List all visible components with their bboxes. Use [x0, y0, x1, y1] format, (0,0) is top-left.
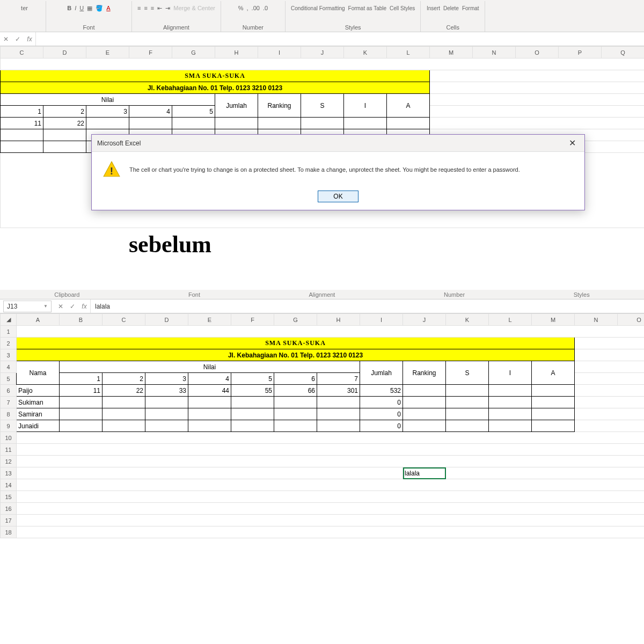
row-header[interactable]: 3 [1, 349, 17, 361]
row-header[interactable]: 2 [1, 338, 17, 349]
format-table-button[interactable]: Format as Table [348, 5, 387, 11]
fx-icon[interactable]: fx [78, 303, 90, 310]
italic-icon[interactable]: I [75, 5, 76, 11]
row-header[interactable]: 10 [1, 432, 17, 444]
align-center-icon[interactable]: ≡ [144, 5, 147, 11]
cell-name[interactable]: Junaidi [17, 420, 60, 432]
align-left-icon[interactable]: ≡ [137, 5, 141, 11]
col-header[interactable]: B [60, 314, 103, 326]
col-header[interactable]: C [1, 47, 43, 58]
cell[interactable]: 66 [274, 385, 317, 397]
cell[interactable]: 301 [317, 385, 360, 397]
cell[interactable]: 0 [360, 408, 403, 420]
row-header[interactable]: 15 [1, 491, 17, 503]
col-header[interactable]: L [387, 47, 430, 58]
align-right-icon[interactable]: ≡ [151, 5, 154, 11]
col-header[interactable]: Q [602, 47, 645, 58]
cell[interactable]: 22 [43, 118, 86, 129]
cell-name[interactable]: Samiran [17, 408, 60, 420]
col-header[interactable]: P [559, 47, 602, 58]
enter-icon[interactable]: ✓ [12, 35, 24, 43]
row-header[interactable]: 12 [1, 456, 17, 467]
row-header[interactable]: 13 [1, 467, 17, 479]
col-header[interactable]: J [403, 314, 446, 326]
col-header[interactable]: D [43, 47, 86, 58]
insert-button[interactable]: Insert [427, 5, 440, 11]
row-header[interactable]: 7 [1, 397, 17, 408]
col-header[interactable]: F [231, 314, 274, 326]
row-header[interactable]: 16 [1, 503, 17, 515]
underline-icon[interactable]: U [79, 5, 84, 11]
col-header[interactable]: I [360, 314, 403, 326]
cell[interactable]: 11 [60, 385, 103, 397]
col-header[interactable]: J [301, 47, 344, 58]
cell[interactable]: 44 [188, 385, 231, 397]
col-header[interactable]: M [532, 314, 575, 326]
col-header[interactable]: G [274, 314, 317, 326]
cond-format-button[interactable]: Conditional Formatting [291, 5, 345, 11]
cell[interactable]: 22 [103, 385, 145, 397]
col-header[interactable]: I [258, 47, 301, 58]
row-header[interactable]: 1 [1, 326, 17, 338]
row-header[interactable]: 9 [1, 420, 17, 432]
col-header[interactable]: N [575, 314, 618, 326]
row-header[interactable]: 18 [1, 526, 17, 538]
col-header[interactable]: O [516, 47, 559, 58]
select-all-corner[interactable]: ◢ [1, 314, 17, 326]
row-header[interactable]: 17 [1, 515, 17, 526]
col-header[interactable]: H [215, 47, 258, 58]
indent-inc-icon[interactable]: ⇥ [165, 5, 170, 12]
col-header[interactable]: M [430, 47, 473, 58]
col-header[interactable]: H [317, 314, 360, 326]
col-header[interactable]: E [86, 47, 129, 58]
col-header[interactable]: E [188, 314, 231, 326]
cell-name[interactable]: Paijo [17, 385, 60, 397]
col-header[interactable]: A [17, 314, 60, 326]
row-header[interactable]: 5 [1, 373, 17, 385]
col-header[interactable]: G [172, 47, 215, 58]
row-header[interactable]: 4 [1, 361, 17, 373]
cell[interactable]: 0 [360, 397, 403, 408]
row-header[interactable]: 11 [1, 444, 17, 456]
fill-icon[interactable]: 🪣 [96, 5, 103, 12]
selected-cell-j13[interactable]: lalala [403, 467, 446, 479]
border-icon[interactable]: ▦ [87, 5, 92, 12]
comma-icon[interactable]: , [247, 5, 248, 11]
fontcolor-icon[interactable]: A [106, 5, 110, 11]
row-header[interactable]: 14 [1, 479, 17, 491]
cancel-icon[interactable]: ✕ [55, 303, 67, 310]
col-header[interactable]: K [446, 314, 489, 326]
close-icon[interactable]: ✕ [566, 138, 579, 148]
percent-icon[interactable]: % [238, 5, 244, 11]
cell-styles-button[interactable]: Cell Styles [390, 5, 415, 11]
cancel-icon[interactable]: ✕ [0, 35, 12, 43]
fx-icon[interactable]: fx [24, 35, 35, 43]
formula-input[interactable] [35, 32, 644, 46]
col-header[interactable]: F [129, 47, 172, 58]
col-header[interactable]: D [145, 314, 188, 326]
row-header[interactable]: 8 [1, 408, 17, 420]
merge-center-button[interactable]: Merge & Center [173, 5, 215, 11]
row-header[interactable]: 6 [1, 385, 17, 397]
col-header[interactable]: K [344, 47, 387, 58]
grid-bottom[interactable]: ◢ A B C D E F G H I J K L M N O 1 2 SMA … [0, 313, 644, 538]
col-header[interactable]: N [473, 47, 516, 58]
format-button[interactable]: Format [462, 5, 479, 11]
col-header[interactable]: L [489, 314, 532, 326]
name-box[interactable]: J13 ▼ [3, 301, 52, 312]
enter-icon[interactable]: ✓ [67, 303, 78, 310]
delete-button[interactable]: Delete [443, 5, 459, 11]
cell[interactable]: 11 [1, 118, 43, 129]
cell-name[interactable]: Sukiman [17, 397, 60, 408]
col-header[interactable]: C [103, 314, 145, 326]
col-header[interactable]: O [618, 314, 645, 326]
indent-dec-icon[interactable]: ⇤ [157, 5, 162, 12]
cell[interactable]: 55 [231, 385, 274, 397]
cell[interactable]: 532 [360, 385, 403, 397]
dec-decimal-icon[interactable]: .0 [263, 5, 268, 11]
cell[interactable]: 0 [360, 420, 403, 432]
formula-input[interactable]: lalala [90, 299, 644, 313]
cell[interactable]: 33 [145, 385, 188, 397]
inc-decimal-icon[interactable]: .00 [252, 5, 260, 11]
bold-icon[interactable]: B [67, 5, 71, 11]
